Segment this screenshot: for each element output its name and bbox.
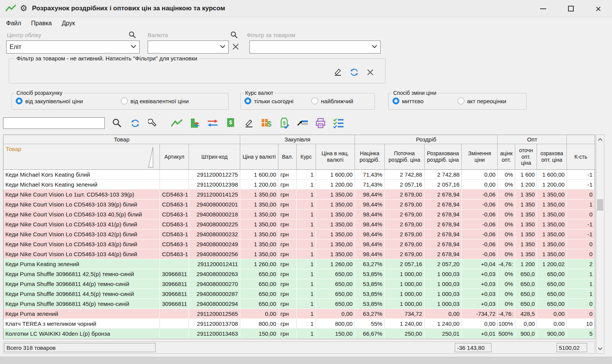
table-cell[interactable]: 1 — [567, 279, 595, 289]
table-cell[interactable]: 650,00 — [537, 279, 567, 289]
table-cell[interactable]: 98,44% — [355, 249, 385, 259]
column-header[interactable]: Товар — [3, 144, 160, 169]
table-cell[interactable]: Кеди Puma Keating зелений — [3, 259, 160, 269]
search-icon[interactable] — [111, 117, 123, 129]
table-cell[interactable]: 1 350,00 — [240, 249, 278, 259]
table-cell[interactable]: 1 350,00 — [240, 210, 278, 219]
table-row[interactable]: Кеди Puma Keating зелений29112000124111 … — [3, 259, 595, 269]
barcode-dollar-icon[interactable]: $ — [261, 117, 272, 129]
table-cell[interactable]: CD5463-1 — [160, 210, 189, 219]
table-cell[interactable]: +0,03 — [462, 289, 498, 299]
table-cell[interactable]: 0% — [498, 190, 515, 200]
table-row[interactable]: Клатч TEREA з метеликом чорний2911200013… — [3, 319, 595, 329]
table-cell[interactable]: 53,85% — [355, 289, 385, 299]
column-header[interactable]: Змінення ціни — [462, 144, 498, 169]
table-cell[interactable]: -0,06 — [462, 229, 498, 239]
table-cell[interactable]: 0% — [498, 249, 515, 259]
table-row[interactable]: Кеди Nike Court Vision Lo CD5463-103 44(… — [3, 249, 595, 259]
table-cell[interactable]: 98,44% — [355, 190, 385, 200]
menu-edit[interactable]: Правка — [31, 20, 52, 27]
radio-nearest[interactable]: найближчий — [311, 98, 353, 104]
table-cell[interactable]: 1 200,00 — [537, 180, 567, 190]
table-cell[interactable]: грн — [278, 329, 297, 339]
table-row[interactable]: Кеди Nike Court Vision Lo CD5463-103 39(… — [3, 200, 595, 210]
table-cell[interactable]: грн — [278, 299, 297, 309]
table-row[interactable]: Колготки LC WAIKIKI 40den L(р) бронза291… — [3, 329, 595, 339]
table-cell[interactable]: 734,72 — [385, 309, 425, 319]
table-cell[interactable]: 2911200014125 — [189, 190, 240, 200]
table-cell[interactable]: 2 057,16 — [425, 180, 462, 190]
table-cell[interactable]: 2940080000218 — [189, 210, 240, 219]
table-cell[interactable]: 650,00 — [316, 269, 355, 279]
table-cell[interactable]: Кеди Michael Kors Keating білий — [3, 170, 160, 180]
table-cell[interactable]: 2 679,00 — [385, 190, 425, 200]
table-cell[interactable]: Кеди Nike Court Vision Lo CD5463-103 40,… — [3, 210, 160, 219]
table-cell[interactable]: грн — [278, 190, 297, 200]
table-cell[interactable]: CD5463-1 — [160, 249, 189, 259]
table-cell[interactable]: 30966811 — [160, 269, 189, 279]
table-cell[interactable]: 1 200,02 — [537, 259, 567, 269]
table-cell[interactable]: -734,72 — [462, 309, 498, 319]
table-cell[interactable]: 1 — [297, 229, 316, 239]
table-cell[interactable]: CD5463-1 — [160, 190, 189, 200]
table-cell[interactable]: 1 — [297, 190, 316, 200]
table-cell[interactable]: 650,00 — [316, 279, 355, 289]
table-cell[interactable]: 1 200 — [515, 180, 537, 190]
receipt-dollar-icon[interactable]: $ — [225, 117, 236, 129]
table-cell[interactable]: 1 000,00 — [385, 289, 425, 299]
table-cell[interactable]: 2 742,88 — [385, 170, 425, 180]
table-cell[interactable]: 1 — [567, 269, 595, 279]
table-cell[interactable]: 2 678,94 — [425, 239, 462, 249]
table-cell[interactable]: 0,00 — [240, 309, 278, 319]
table-cell[interactable]: 1 350,00 — [316, 190, 355, 200]
table-cell[interactable]: грн — [278, 279, 297, 289]
column-header[interactable]: оточн опт. ціна — [515, 144, 537, 169]
table-cell[interactable]: 250,00 — [385, 329, 425, 339]
table-cell[interactable]: 2 678,94 — [425, 200, 462, 210]
table-cell[interactable]: 0% — [498, 180, 515, 190]
table-cell[interactable]: 0% — [498, 219, 515, 229]
table-cell[interactable]: -1 — [567, 219, 595, 229]
table-cell[interactable]: 1 — [567, 200, 595, 210]
table-cell[interactable]: 0 — [567, 309, 595, 319]
table-cell[interactable]: 650,00 — [240, 279, 278, 289]
radio-today-only[interactable]: тільки сьогодні — [244, 98, 293, 104]
table-cell[interactable]: 1 — [297, 279, 316, 289]
table-cell[interactable]: 0,00 — [462, 319, 498, 329]
table-cell[interactable]: 1 350 — [515, 249, 537, 259]
table-cell[interactable]: 800,00 — [240, 319, 278, 329]
table-cell[interactable]: 2940080000232 — [189, 229, 240, 239]
table-cell[interactable]: Кеди Nike Court Vision Lo CD5463-103 42(… — [3, 229, 160, 239]
table-cell[interactable]: грн — [278, 219, 297, 229]
center-combobox[interactable]: Еліт — [6, 41, 140, 54]
table-row[interactable]: Кеди Michael Kors Keating білий291120001… — [3, 170, 595, 180]
table-cell[interactable]: -1 — [567, 170, 595, 180]
table-cell[interactable]: 2 742,88 — [425, 170, 462, 180]
table-cell[interactable]: 1 600,00 — [537, 170, 567, 180]
table-cell[interactable]: 1 — [297, 309, 316, 319]
table-cell[interactable]: 1 350 — [515, 219, 537, 229]
table-cell[interactable]: 1 350,00 — [537, 210, 567, 219]
table-cell[interactable]: 71,43% — [355, 170, 385, 180]
table-cell[interactable]: -0,06 — [462, 210, 498, 219]
table-cell[interactable]: Кеди Puma Shuffle 30966811 42,5(р) темно… — [3, 269, 160, 279]
table-cell[interactable]: 0 — [567, 249, 595, 259]
table-cell[interactable]: грн — [278, 269, 297, 279]
table-cell[interactable]: 53,85% — [355, 269, 385, 279]
table-cell[interactable]: 1 000,03 — [425, 299, 462, 309]
table-cell[interactable]: 2 679,00 — [385, 200, 425, 210]
table-cell[interactable]: +0,03 — [462, 299, 498, 309]
table-cell[interactable]: грн — [278, 229, 297, 239]
table-cell[interactable]: 2940080000256 — [189, 249, 240, 259]
table-cell[interactable]: 2940080000225 — [189, 219, 240, 229]
menu-file[interactable]: Файл — [6, 20, 21, 27]
table-cell[interactable]: 63,27% — [355, 259, 385, 269]
table-cell[interactable]: грн — [278, 170, 297, 180]
table-cell[interactable] — [160, 319, 189, 329]
table-cell[interactable]: 650,00 — [240, 289, 278, 299]
table-cell[interactable]: 2940080000201 — [189, 200, 240, 210]
table-cell[interactable]: 55% — [355, 319, 385, 329]
table-cell[interactable]: Кеди Nike Court Vision Lo CD5463-103 39(… — [3, 200, 160, 210]
table-cell[interactable]: Кеди Puma Shuffle 30966811 44(р) темно-с… — [3, 279, 160, 289]
table-cell[interactable]: 1 350,00 — [316, 239, 355, 249]
